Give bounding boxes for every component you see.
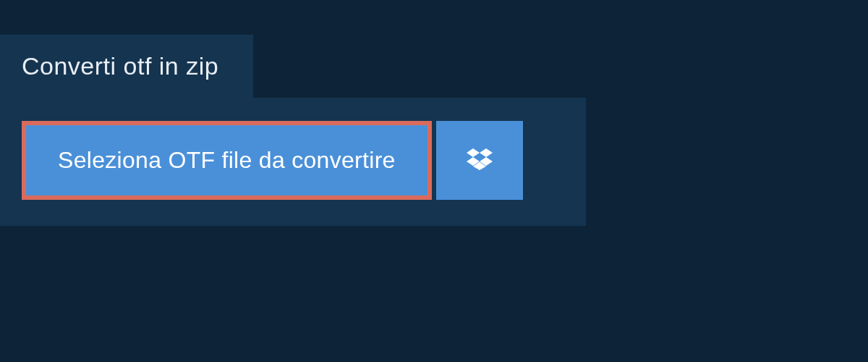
button-row: Seleziona OTF file da convertire <box>22 121 564 200</box>
dropbox-icon <box>467 146 493 175</box>
select-file-label: Seleziona OTF file da convertire <box>58 147 396 173</box>
converter-container: Converti otf in zip Seleziona OTF file d… <box>0 0 868 226</box>
select-file-button[interactable]: Seleziona OTF file da convertire <box>22 121 432 200</box>
page-title: Converti otf in zip <box>22 52 218 80</box>
action-panel: Seleziona OTF file da convertire <box>0 98 586 226</box>
dropbox-button[interactable] <box>436 121 523 200</box>
tab-header: Converti otf in zip <box>0 35 253 98</box>
